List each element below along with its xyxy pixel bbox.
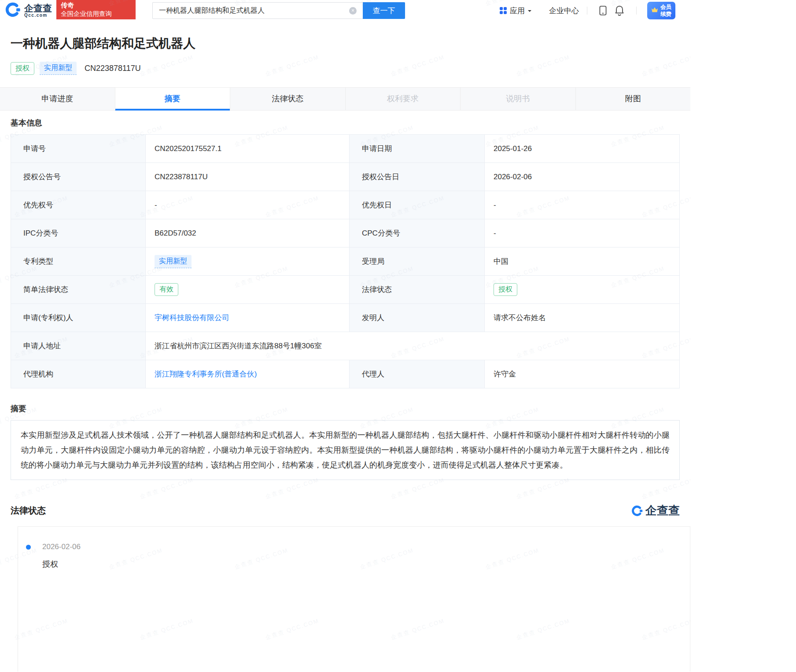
logo-text: 企查查 (24, 4, 52, 13)
field-label: 申请(专利权)人 (11, 304, 146, 332)
clear-search-icon[interactable]: × (349, 7, 357, 15)
vip-line1: 会员 (660, 4, 671, 11)
field-value: 许守金 (485, 360, 680, 388)
field-value: CN202520175527.1 (146, 135, 350, 163)
field-value: 2025-01-26 (485, 135, 680, 163)
field-label: 申请日期 (350, 135, 485, 163)
notifications-bell-icon[interactable] (615, 5, 624, 16)
qcc-watermark-logo: 企查查 (631, 503, 680, 518)
info-row: 优先权号-优先权日- (11, 191, 680, 219)
crown-icon (651, 7, 658, 15)
field-value: B62D57/032 (146, 219, 350, 247)
patent-tag-row: 授权实用新型 CN223878117U (11, 62, 680, 87)
field-label: 简单法律状态 (11, 276, 146, 304)
vip-line2: 续费 (660, 11, 671, 18)
field-value: 中国 (485, 247, 680, 276)
patent-tag-utility-model: 实用新型 (40, 62, 77, 75)
field-label: 代理机构 (11, 360, 146, 388)
abstract-heading: 摘要 (11, 403, 680, 414)
field-label: 优先权日 (350, 191, 485, 219)
tab-claims: 权利要求 (345, 88, 461, 111)
apps-label: 应用 (510, 6, 525, 16)
basic-info-table: 申请号CN202520175527.1申请日期2025-01-26授权公告号CN… (11, 134, 680, 388)
page: 企查查 QCC.COM企查查 QCC.COM企查查 QCC.COM企查查 QCC… (0, 0, 690, 672)
field-label: 受理局 (350, 247, 485, 276)
qcc-mini-icon (631, 505, 643, 517)
detail-tabs: 申请进度摘要法律状态权利要求说明书附图 (0, 87, 690, 111)
field-value: 浙江省杭州市滨江区西兴街道东流路88号1幢306室 (146, 332, 680, 360)
legal-status-header: 法律状态 企查查 (11, 503, 680, 518)
entity-link[interactable]: 宇树科技股份有限公司 (155, 314, 229, 322)
tab-abstract[interactable]: 摘要 (115, 88, 230, 111)
field-label: 授权公告日 (350, 163, 485, 191)
vip-text: 会员 续费 (660, 4, 671, 18)
field-label: 申请人地址 (11, 332, 146, 360)
field-label: 授权公告号 (11, 163, 146, 191)
legal-status-heading: 法律状态 (11, 505, 46, 517)
entity-link[interactable]: 浙江翔隆专利事务所(普通合伙) (155, 370, 257, 378)
info-row: 授权公告号CN223878117U授权公告日2026-02-06 (11, 163, 680, 191)
field-label: CPC分类号 (350, 219, 485, 247)
field-value: 请求不公布姓名 (485, 304, 680, 332)
legal-status-panel: 2026-02-06授权 (18, 526, 690, 672)
logo-text-block: 企查查 Qcc.com (24, 4, 52, 18)
field-value: 授权 (485, 276, 680, 304)
promo-line1: 传奇 (61, 1, 131, 10)
abstract-text: 本实用新型涉及足式机器人技术领域，公开了一种机器人腿部结构和足式机器人。本实用新… (11, 420, 680, 480)
info-row: 申请(专利权)人宇树科技股份有限公司发明人请求不公布姓名 (11, 304, 680, 332)
qcc-mini-text: 企查查 (645, 503, 680, 518)
divider (636, 7, 637, 15)
legal-status-date: 2026-02-06 (42, 543, 690, 551)
page-title: 一种机器人腿部结构和足式机器人 (11, 35, 680, 52)
top-header: 企查查 Qcc.com 传奇 全国企业信用查询 × 查一下 应用 企业中心 (0, 0, 690, 21)
field-value: - (485, 219, 680, 247)
qcc-logo[interactable]: 企查查 Qcc.com (4, 1, 52, 20)
patent-title-block: 一种机器人腿部结构和足式机器人 授权实用新型 CN223878117U (0, 21, 690, 87)
field-label: 申请号 (11, 135, 146, 163)
divider (587, 7, 587, 15)
field-label: 法律状态 (350, 276, 485, 304)
promo-line2: 全国企业信用查询 (61, 10, 131, 18)
info-row: 申请号CN202520175527.1申请日期2025-01-26 (11, 135, 680, 163)
publication-number: CN223878117U (85, 64, 141, 73)
info-row: 申请人地址浙江省杭州市滨江区西兴街道东流路88号1幢306室 (11, 332, 680, 360)
timeline-item: 2026-02-06授权 (26, 543, 690, 569)
info-row: IPC分类号B62D57/032CPC分类号- (11, 219, 680, 247)
basic-info-heading: 基本信息 (11, 118, 680, 128)
legal-status-timeline: 2026-02-06授权 (26, 543, 690, 569)
field-label: 优先权号 (11, 191, 146, 219)
field-label: IPC分类号 (11, 219, 146, 247)
qcc-logo-icon (4, 1, 21, 20)
field-value: 实用新型 (146, 247, 350, 276)
field-label: 发明人 (350, 304, 485, 332)
status-tag: 有效 (155, 283, 178, 296)
field-value: - (485, 191, 680, 219)
tab-application-progress[interactable]: 申请进度 (0, 88, 115, 111)
status-tag: 授权 (494, 283, 517, 296)
logo-subtext: Qcc.com (24, 13, 52, 18)
timeline-dot-icon (26, 545, 31, 550)
info-row: 专利类型实用新型受理局中国 (11, 247, 680, 276)
patent-tags: 授权实用新型 (11, 62, 77, 75)
enterprise-center-link[interactable]: 企业中心 (549, 6, 579, 16)
patent-tag-granted: 授权 (11, 62, 34, 75)
legal-status-value: 授权 (42, 559, 690, 569)
search-input[interactable] (152, 2, 363, 19)
field-value: CN223878117U (146, 163, 350, 191)
info-row: 简单法律状态有效法律状态授权 (11, 276, 680, 304)
field-value: - (146, 191, 350, 219)
mobile-app-icon[interactable] (599, 5, 607, 16)
vip-renew-badge[interactable]: 会员 续费 (647, 2, 675, 19)
search-button[interactable]: 查一下 (363, 2, 405, 19)
tab-drawings[interactable]: 附图 (575, 88, 691, 111)
info-row: 代理机构浙江翔隆专利事务所(普通合伙)代理人许守金 (11, 360, 680, 388)
apps-menu[interactable]: 应用 (500, 6, 531, 16)
tab-description: 说明书 (460, 88, 575, 111)
header-nav: 应用 企业中心 (500, 2, 690, 19)
promo-banner[interactable]: 传奇 全国企业信用查询 (56, 0, 136, 19)
field-label: 代理人 (350, 360, 485, 388)
chevron-down-icon (528, 10, 531, 14)
field-label: 专利类型 (11, 247, 146, 276)
field-value: 2026-02-06 (485, 163, 680, 191)
tab-legal-status[interactable]: 法律状态 (230, 88, 345, 111)
